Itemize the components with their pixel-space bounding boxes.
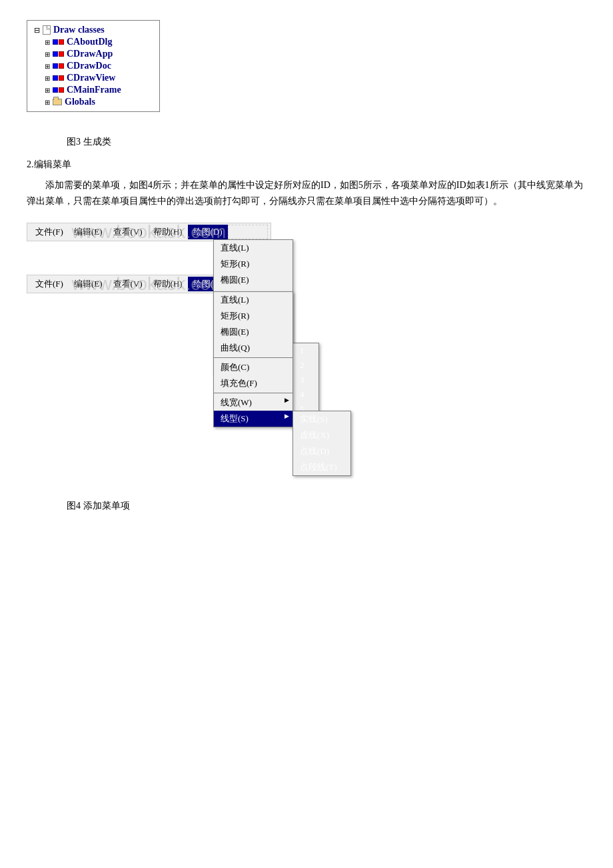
tree-items-container: ⊞CAboutDlg⊞CDrawApp⊞CDrawDoc⊞CDrawView⊞C… (34, 37, 153, 107)
section2-heading: 2.编辑菜单 (27, 159, 586, 171)
menu-rect-1[interactable]: 矩形(R) (214, 256, 293, 272)
lw-1[interactable]: 1 (293, 343, 318, 358)
lw-4[interactable]: 4 (293, 387, 318, 402)
menu-linewidth-2[interactable]: 线宽(W) (214, 395, 293, 411)
tree-item-2[interactable]: ⊞CDrawDoc (45, 61, 153, 71)
menu-rect-2[interactable]: 矩形(R) (214, 308, 293, 324)
tree-root[interactable]: ⊟ Draw classes (34, 25, 153, 35)
fig4-caption: 图4 添加菜单项 (67, 500, 586, 512)
lt-dash[interactable]: 虚线(X) (293, 427, 350, 443)
menu-help-2[interactable]: 帮助(H) (148, 277, 188, 291)
class-icon-1 (53, 51, 64, 57)
menu-edit-2[interactable]: 编辑(E) (69, 277, 108, 291)
separator-2b (214, 393, 293, 393)
expand-icon-3: ⊞ (45, 75, 50, 82)
tree-item-0[interactable]: ⊞CAboutDlg (45, 37, 153, 47)
menu-linetype-2[interactable]: 线型(S) 实线(S) 虚线(X) 点线(D) 点段线(T) (214, 411, 293, 427)
menu-line-1[interactable]: 直线(L) (214, 240, 293, 256)
menu-file-2[interactable]: 文件(F) (30, 277, 69, 291)
expand-icon-2: ⊞ (45, 63, 50, 70)
tree-item-label-2: CDrawDoc (67, 61, 111, 71)
tree-item-label-5: Globals (65, 97, 95, 107)
separator-2a (214, 357, 293, 358)
menu-file-1[interactable]: 文件(F) (30, 225, 69, 239)
menu-color-2[interactable]: 颜色(C) (214, 359, 293, 375)
menu-fillcolor-2[interactable]: 填充色(F) (214, 375, 293, 391)
menu-view-1[interactable]: 查看(V) (108, 225, 148, 239)
root-doc-icon (43, 25, 51, 35)
menu-ellipse-1[interactable]: 椭圆(E) (214, 272, 293, 288)
class-icon-0 (53, 39, 64, 45)
tree-item-label-4: CMainFrame (67, 85, 121, 95)
lt-solid[interactable]: 实线(S) (293, 411, 350, 427)
menu-popup-2: 直线(L) 矩形(R) 椭圆(E) 曲线(Q) 颜色(C) 填充色(F) 线宽(… (213, 291, 293, 427)
tree-item-4[interactable]: ⊞CMainFrame (45, 85, 153, 95)
menu-draw-1[interactable]: 绘图(D) (188, 225, 228, 239)
expand-icon-1: ⊞ (45, 51, 50, 58)
lt-dot[interactable]: 点线(D) (293, 443, 350, 459)
menu-empty-1 (228, 225, 268, 239)
tree-item-label-3: CDrawView (67, 73, 115, 83)
menu-line-2[interactable]: 直线(L) (214, 292, 293, 308)
fig3-caption: 图3 生成类 (67, 136, 586, 148)
menu-curve-2[interactable]: 曲线(Q) (214, 340, 293, 356)
menu-help-1[interactable]: 帮助(H) (148, 225, 188, 239)
menu-diagram-2: www.bookask.com 文件(F) 编辑(E) 查看(V) 帮助(H) … (27, 275, 586, 313)
submenu-linetype-2: 实线(S) 虚线(X) 点线(D) 点段线(T) (293, 411, 351, 476)
tree-item-5[interactable]: ⊞Globals (45, 97, 153, 107)
menu-view-2[interactable]: 查看(V) (108, 277, 148, 291)
class-icon-4 (53, 87, 64, 93)
class-icon-3 (53, 75, 64, 81)
tree-item-1[interactable]: ⊞CDrawApp (45, 49, 153, 59)
lw-3[interactable]: 3 (293, 373, 318, 387)
expand-icon-5: ⊞ (45, 99, 50, 106)
body-paragraph: 添加需要的菜单项，如图4所示；并在菜单的属性中设定好所对应的ID，如图5所示，各… (27, 177, 586, 209)
menu-edit-1[interactable]: 编辑(E) (69, 225, 108, 239)
lw-2[interactable]: 2 (293, 358, 318, 373)
tree-view: ⊟ Draw classes ⊞CAboutDlg⊞CDrawApp⊞CDraw… (27, 20, 160, 112)
expand-icon-4: ⊞ (45, 87, 50, 94)
tree-root-label: Draw classes (53, 25, 105, 35)
expand-icon-0: ⊞ (45, 39, 50, 46)
menu-diagram-1: www.bookask.com 文件(F) 编辑(E) 查看(V) 帮助(H) … (27, 223, 586, 261)
root-expand-icon: ⊟ (34, 26, 40, 35)
tree-item-label-0: CAboutDlg (67, 37, 112, 47)
class-icon-2 (53, 63, 64, 69)
folder-icon-5 (53, 99, 62, 105)
menu-wrapper-1: www.bookask.com 文件(F) 编辑(E) 查看(V) 帮助(H) … (27, 223, 271, 241)
lt-dashdot[interactable]: 点段线(T) (293, 459, 350, 475)
tree-item-3[interactable]: ⊞CDrawView (45, 73, 153, 83)
menu-ellipse-2[interactable]: 椭圆(E) (214, 324, 293, 340)
tree-item-label-1: CDrawApp (67, 49, 113, 59)
menubar-1: 文件(F) 编辑(E) 查看(V) 帮助(H) 绘图(D) (27, 223, 271, 241)
